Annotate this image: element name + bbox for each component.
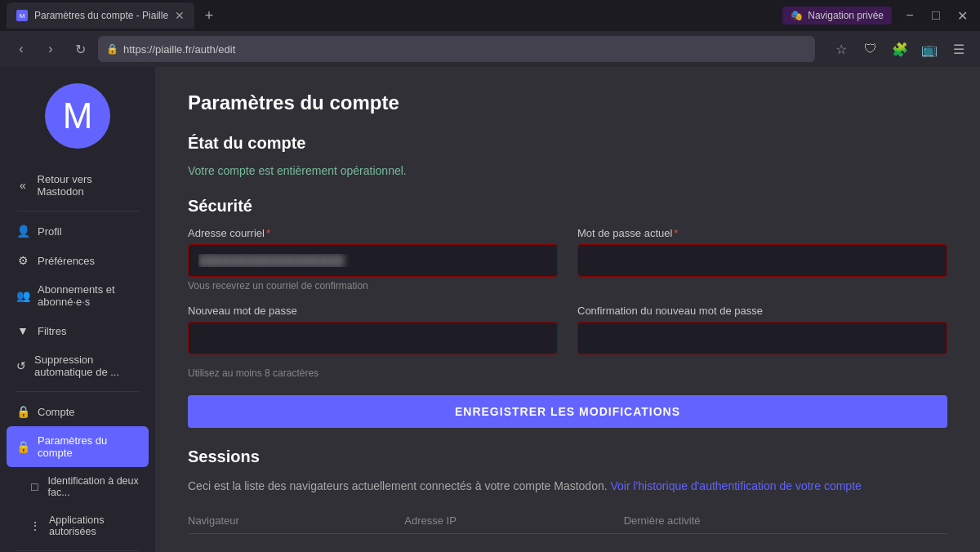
back-to-mastodon[interactable]: « Retour vers Mastodon (7, 165, 149, 206)
compte-label: Compte (38, 406, 75, 418)
new-password-label: Nouveau mot de passe (188, 305, 558, 317)
url-display: https://piaille.fr/auth/edit (123, 43, 235, 56)
password-hint: Utilisez au moins 8 caractères (188, 367, 947, 379)
new-tab-button[interactable]: + (198, 4, 220, 27)
close-window-button[interactable]: ✕ (951, 4, 973, 27)
preferences-label: Préférences (38, 255, 95, 267)
derniere-activite-header: Dernière activité (624, 508, 947, 534)
tab-title: Paramètres du compte - Piaille (34, 10, 168, 21)
preferences-icon: ⚙ (16, 254, 29, 267)
nav-bar: ‹ › ↻ 🔒 https://piaille.fr/auth/edit ☆ 🛡… (0, 31, 980, 67)
filtres-icon: ▼ (16, 324, 29, 337)
sidebar-item-abonnements[interactable]: 👥 Abonnements et abonné·e·s (7, 275, 149, 316)
main-layout: M « Retour vers Mastodon 👤 Profil ⚙ Préf… (0, 67, 980, 552)
suppression-label: Suppression automatique de ... (34, 354, 139, 378)
email-hint: Vous recevrez un courriel de confirmatio… (188, 280, 558, 292)
applications-label: Applications autorisées (49, 514, 139, 537)
confirm-password-label: Confirmation du nouveau mot de passe (577, 305, 947, 317)
applications-icon: ⋮ (29, 519, 41, 532)
sidebar-item-suppression[interactable]: ↺ Suppression automatique de ... (7, 345, 149, 386)
sidebar-item-identification[interactable]: □ Identification à deux fac... (7, 467, 149, 506)
browser-chrome: M Paramètres du compte - Piaille ✕ + 🎭 N… (0, 0, 980, 67)
nav-divider-2 (16, 391, 139, 392)
filtres-label: Filtres (38, 325, 66, 337)
suppression-icon: ↺ (16, 359, 26, 372)
private-icon: 🎭 (791, 10, 803, 21)
shield-icon[interactable]: 🛡 (859, 38, 882, 60)
sidebar-item-parametres-compte[interactable]: 🔒 Paramètres du compte (7, 426, 149, 467)
navigateur-header: Navigateur (188, 508, 404, 534)
minimize-button[interactable]: − (898, 4, 921, 27)
back-button[interactable]: ‹ (10, 38, 33, 60)
content-area: Paramètres du compte État du compte Votr… (155, 67, 980, 552)
profil-icon: 👤 (16, 225, 29, 238)
current-password-label: Mot de passe actuel * (577, 227, 947, 239)
private-mode-badge: 🎭 Navigation privée (782, 7, 892, 24)
confirm-password-input[interactable] (577, 322, 947, 354)
email-label: Adresse courriel * (188, 227, 558, 239)
sidebar: M « Retour vers Mastodon 👤 Profil ⚙ Préf… (0, 67, 155, 552)
active-tab[interactable]: M Paramètres du compte - Piaille ✕ (7, 2, 194, 29)
forward-button[interactable]: › (39, 38, 62, 60)
sessions-table: Navigateur Adresse IP Dernière activité (188, 508, 947, 534)
mastodon-logo: M (45, 83, 110, 149)
profil-label: Profil (38, 225, 62, 238)
nav-right-icons: ☆ 🛡 🧩 📺 ☰ (830, 38, 970, 60)
adresse-ip-header: Adresse IP (404, 508, 623, 534)
screen-icon[interactable]: 📺 (918, 38, 941, 60)
email-input[interactable] (188, 244, 558, 277)
sidebar-item-preferences[interactable]: ⚙ Préférences (7, 246, 149, 275)
parametres-icon: 🔒 (16, 440, 29, 453)
securite-section-title: Sécurité (188, 197, 947, 216)
abonnements-label: Abonnements et abonné·e·s (38, 283, 139, 308)
current-password-group: Mot de passe actuel * (577, 227, 947, 292)
private-label: Navigation privée (808, 10, 884, 21)
sidebar-item-filtres[interactable]: ▼ Filtres (7, 316, 149, 345)
identification-icon: □ (29, 480, 40, 493)
current-password-input[interactable] (577, 244, 947, 277)
refresh-button[interactable]: ↻ (69, 38, 91, 60)
new-password-row: Nouveau mot de passe Confirmation du nou… (188, 305, 947, 354)
menu-icon[interactable]: ☰ (947, 38, 970, 60)
sidebar-item-applications[interactable]: ⋮ Applications autorisées (7, 506, 149, 545)
email-required: * (266, 227, 270, 239)
back-icon: « (16, 179, 29, 192)
sessions-description: Ceci est la liste des navigateurs actuel… (188, 478, 947, 495)
address-bar[interactable]: 🔒 https://piaille.fr/auth/edit (98, 36, 815, 62)
new-password-group: Nouveau mot de passe (188, 305, 558, 354)
bookmark-icon[interactable]: ☆ (830, 38, 853, 60)
back-label: Retour vers Mastodon (38, 173, 139, 198)
tab-favicon: M (16, 10, 28, 21)
logo-area: M (45, 67, 110, 165)
compte-icon: 🔒 (16, 405, 29, 418)
parametres-label: Paramètres du compte (38, 434, 139, 459)
confirm-password-group: Confirmation du nouveau mot de passe (577, 305, 947, 354)
lock-icon: 🔒 (106, 43, 118, 55)
nav-divider-1 (16, 211, 139, 211)
etat-section-title: État du compte (188, 134, 947, 153)
window-controls: − □ ✕ (898, 4, 973, 27)
sessions-history-link[interactable]: Voir l'historique d'authentification de … (611, 479, 862, 492)
sidebar-item-compte[interactable]: 🔒 Compte (7, 397, 149, 426)
extensions-icon[interactable]: 🧩 (889, 38, 911, 60)
tab-close-button[interactable]: ✕ (175, 9, 185, 22)
save-button[interactable]: ENREGISTRER LES MODIFICATIONS (188, 395, 947, 428)
identification-label: Identification à deux fac... (48, 475, 139, 498)
tab-bar: M Paramètres du compte - Piaille ✕ + 🎭 N… (0, 0, 980, 31)
account-status: Votre compte est entièrement opérationne… (188, 164, 947, 177)
maximize-button[interactable]: □ (924, 4, 947, 27)
sidebar-item-profil[interactable]: 👤 Profil (7, 216, 149, 246)
tab-row-right: 🎭 Navigation privée − □ ✕ (782, 4, 973, 27)
new-password-input[interactable] (188, 322, 558, 354)
abonnements-icon: 👥 (16, 289, 29, 302)
email-group: Adresse courriel * Vous recevrez un cour… (188, 227, 558, 292)
sidebar-nav: « Retour vers Mastodon 👤 Profil ⚙ Préfér… (0, 165, 155, 552)
nav-divider-3 (16, 550, 139, 551)
sessions-section-title: Sessions (188, 447, 947, 466)
page-title: Paramètres du compte (188, 91, 947, 114)
current-password-required: * (674, 227, 678, 239)
email-password-row: Adresse courriel * Vous recevrez un cour… (188, 227, 947, 292)
